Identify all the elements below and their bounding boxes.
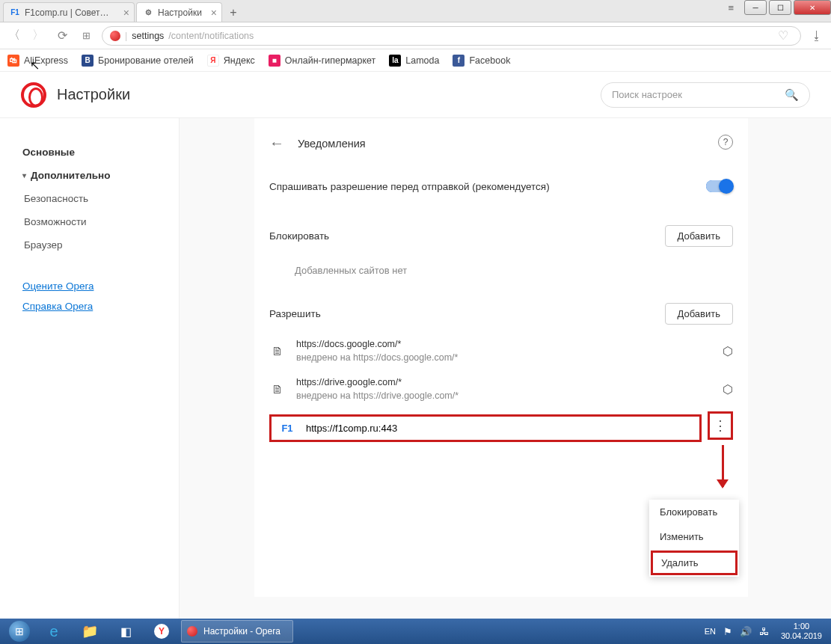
extension-icon[interactable]: ⬡	[723, 382, 733, 396]
bookmark-facebook[interactable]: fFacebook	[453, 55, 510, 67]
settings-sidebar: Основные ▾Дополнительно Безопасность Воз…	[0, 118, 180, 619]
tab-f1comp[interactable]: F1 F1comp.ru | Советы и лайф ×	[3, 2, 135, 22]
forward-button[interactable]: 〉	[30, 28, 46, 44]
window-controls: ─ ☐ ✕	[744, 0, 831, 16]
speed-dial-icon[interactable]: ⊞	[78, 28, 94, 44]
reload-button[interactable]: ⟳	[54, 28, 70, 44]
tab-strip: F1 F1comp.ru | Советы и лайф × ⚙ Настрой…	[0, 0, 831, 22]
downloads-icon[interactable]: ⭳	[809, 28, 825, 44]
ie-icon: e	[49, 623, 58, 640]
file-icon: 🗎	[269, 345, 286, 358]
minimize-button[interactable]: ─	[744, 0, 767, 15]
yandex-icon: Y	[154, 624, 169, 639]
tray-volume-icon[interactable]: 🔊	[740, 626, 752, 637]
window-menu-icon[interactable]: ≡	[728, 2, 734, 13]
yandex-icon: Я	[207, 55, 219, 67]
opera-icon	[110, 31, 120, 41]
tab-title: F1comp.ru | Советы и лайф	[25, 7, 114, 18]
bookmark-lamoda[interactable]: laLamoda	[389, 55, 439, 67]
sidebar-item-browser[interactable]: Браузер	[22, 233, 179, 257]
annotation-arrow-icon	[722, 445, 724, 487]
search-placeholder: Поиск настроек	[612, 89, 682, 100]
back-button[interactable]: 〈	[6, 28, 22, 44]
ctx-block[interactable]: Блокировать	[649, 500, 739, 524]
sidebar-item-advanced[interactable]: ▾Дополнительно	[22, 164, 179, 187]
tray-network-icon[interactable]: 🖧	[759, 626, 769, 637]
ctx-edit[interactable]: Изменить	[649, 524, 739, 549]
taskbar-opera-active[interactable]: Настройки - Opera	[181, 620, 293, 643]
block-add-button[interactable]: Добавить	[665, 225, 733, 247]
site-url: https://f1comp.ru:443	[306, 423, 397, 434]
taskbar-unknown1[interactable]: ◧	[109, 620, 142, 643]
facebook-icon: f	[453, 55, 464, 67]
allowed-site-drive[interactable]: 🗎 https://drive.google.com/* внедрено на…	[269, 370, 733, 408]
allow-section-header: Разрешить Добавить	[269, 303, 733, 325]
start-button[interactable]: ⊞	[4, 620, 34, 643]
close-button[interactable]: ✕	[794, 0, 831, 15]
bookmark-aliexpress[interactable]: 🛍AliExpress	[7, 55, 68, 67]
block-empty-text: Добавленных сайтов нет	[269, 254, 733, 289]
allow-add-button[interactable]: Добавить	[665, 303, 733, 325]
site-url: https://docs.google.com/*	[296, 338, 712, 352]
sidebar-link-help[interactable]: Справка Opera	[22, 296, 179, 316]
app-icon: ◧	[120, 625, 132, 639]
taskbar-ie[interactable]: e	[37, 620, 70, 643]
address-input[interactable]: | settings/content/notifications ♡	[102, 26, 801, 46]
block-title: Блокировать	[269, 230, 329, 242]
highlighted-site-wrap: F1 https://f1comp.ru:443 ⋮	[269, 408, 733, 442]
content-area: Основные ▾Дополнительно Безопасность Воз…	[0, 118, 831, 619]
address-host: settings	[132, 31, 164, 41]
panel-title: Уведомления	[298, 138, 366, 150]
tab-close-icon[interactable]: ×	[123, 7, 129, 19]
site-embedded: внедрено на https://docs.google.com/*	[296, 352, 712, 365]
new-tab-button[interactable]: +	[224, 4, 243, 22]
taskbar: ⊞ e 📁 ◧ Y Настройки - Opera EN ⚑ 🔊 🖧 1:0…	[0, 619, 831, 644]
address-bar-row: 〈 〉 ⟳ ⊞ | settings/content/notifications…	[0, 22, 831, 49]
main-area: ? ← Уведомления Спрашивать разрешение пе…	[180, 118, 831, 619]
sidebar-link-rate[interactable]: Оцените Opera	[22, 276, 179, 296]
bookmark-hypermarket[interactable]: ■Онлайн-гипермаркет	[269, 55, 376, 67]
tab-settings[interactable]: ⚙ Настройки ×	[136, 2, 222, 22]
ask-permission-toggle[interactable]	[706, 180, 733, 192]
notifications-panel: ? ← Уведомления Спрашивать разрешение пе…	[254, 118, 748, 597]
opera-logo-icon	[21, 82, 46, 108]
sidebar-item-security[interactable]: Безопасность	[22, 187, 179, 210]
settings-search-input[interactable]: Поиск настроек 🔍	[601, 82, 810, 108]
booking-icon: B	[82, 55, 93, 67]
tray-flag-icon[interactable]: ⚑	[723, 626, 732, 637]
settings-header: Настройки Поиск настроек 🔍	[0, 72, 831, 118]
lamoda-icon: la	[389, 55, 401, 67]
ctx-delete[interactable]: Удалить	[651, 551, 738, 575]
sidebar-item-basic[interactable]: Основные	[22, 141, 179, 164]
site-embedded: внедрено на https://drive.google.com/*	[296, 390, 712, 403]
f1-favicon: F1	[279, 423, 295, 434]
bookmark-yandex[interactable]: ЯЯндекс	[207, 55, 255, 67]
allowed-site-f1comp[interactable]: F1 https://f1comp.ru:443	[269, 414, 702, 442]
file-icon: 🗎	[269, 383, 286, 396]
page-title: Настройки	[57, 86, 130, 103]
tab-close-icon[interactable]: ×	[211, 7, 217, 19]
bookmark-booking[interactable]: BБронирование отелей	[82, 55, 194, 67]
maximize-button[interactable]: ☐	[769, 0, 791, 15]
tab-favicon-f1: F1	[10, 7, 20, 18]
address-path: /content/notifications	[168, 31, 254, 41]
windows-orb-icon: ⊞	[9, 621, 30, 642]
system-tray: EN ⚑ 🔊 🖧 1:00 30.04.2019	[705, 622, 827, 641]
taskbar-app-label: Настройки - Opera	[203, 626, 280, 637]
context-menu: Блокировать Изменить Удалить	[649, 500, 739, 577]
folder-icon: 📁	[82, 623, 98, 640]
taskbar-yandex[interactable]: Y	[145, 620, 178, 643]
tray-lang[interactable]: EN	[705, 627, 716, 636]
site-more-button[interactable]: ⋮	[708, 411, 733, 440]
bookmark-heart-icon[interactable]: ♡	[778, 28, 788, 43]
ask-permission-row: Спрашивать разрешение перед отправкой (р…	[269, 173, 733, 212]
allowed-site-docs[interactable]: 🗎 https://docs.google.com/* внедрено на …	[269, 332, 733, 370]
help-icon[interactable]: ?	[718, 135, 733, 150]
chevron-down-icon: ▾	[22, 171, 26, 180]
taskbar-explorer[interactable]: 📁	[73, 620, 106, 643]
extension-icon[interactable]: ⬡	[723, 344, 733, 358]
tray-clock[interactable]: 1:00 30.04.2019	[776, 622, 827, 641]
gear-icon: ⚙	[143, 7, 153, 18]
sidebar-item-features[interactable]: Возможности	[22, 210, 179, 233]
back-arrow-icon[interactable]: ←	[269, 135, 284, 152]
